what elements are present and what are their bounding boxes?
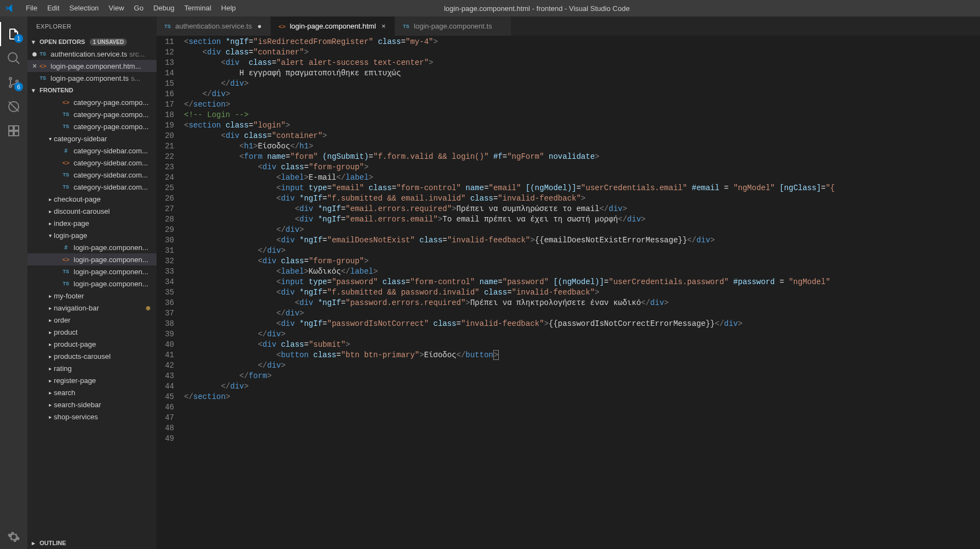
project-header[interactable]: ▾ FRONTEND [27, 84, 157, 96]
item-label: login-page.componen... [74, 256, 148, 264]
folder-item[interactable]: ▸search-sidebar [27, 398, 157, 411]
file-item[interactable]: TScategory-sidebar.com... [27, 169, 157, 181]
extensions-activity[interactable] [0, 119, 27, 143]
folder-item[interactable]: ▸rating [27, 362, 157, 374]
folder-item[interactable]: ▾category-sidebar [27, 132, 157, 145]
chevron-right-icon: ▸ [46, 305, 54, 311]
file-item[interactable]: TScategory-page.compo... [27, 120, 157, 132]
menu-terminal[interactable]: Terminal [179, 0, 216, 16]
typescript-file-icon: TS [163, 22, 172, 31]
chevron-right-icon: ▸ [46, 208, 54, 214]
window-title: login-page.component.html - frontend - V… [241, 4, 976, 13]
file-name-label: login-page.component.htm... [51, 62, 141, 70]
item-label: category-sidebar.com... [74, 147, 148, 155]
tab-label: login-page.component.html [289, 22, 376, 30]
open-editor-item[interactable]: TSlogin-page.component.tss... [27, 72, 157, 84]
folder-item[interactable]: ▸navigation-bar● [27, 302, 157, 314]
chevron-right-icon: ▸ [46, 402, 54, 408]
folder-item[interactable]: ▸discount-carousel [27, 205, 157, 217]
file-item[interactable]: TSlogin-page.componen... [27, 278, 157, 290]
chevron-right-icon: ▸ [46, 365, 54, 371]
item-label: product-page [54, 340, 96, 348]
file-item[interactable]: #category-sidebar.com... [27, 145, 157, 157]
chevron-right-icon: ▸ [46, 414, 54, 420]
folder-item[interactable]: ▸checkout-page [27, 193, 157, 205]
chevron-down-icon: ▾ [32, 38, 38, 46]
item-label: order [54, 316, 70, 324]
code-content[interactable]: <section *ngIf="isRedirectedFromRegister… [184, 36, 980, 549]
chevron-right-icon: ▸ [46, 390, 54, 396]
file-item[interactable]: TScategory-sidebar.com... [27, 181, 157, 193]
menu-help[interactable]: Help [216, 0, 241, 16]
menu-view[interactable]: View [104, 0, 129, 16]
main-menu: FileEditSelectionViewGoDebugTerminalHelp [21, 0, 241, 16]
folder-item[interactable]: ▸product [27, 326, 157, 338]
item-label: category-page.compo... [74, 123, 149, 131]
dirty-indicator-icon[interactable]: ● [255, 22, 264, 30]
typescript-file-icon: TS [62, 110, 70, 119]
search-activity[interactable] [0, 46, 27, 70]
css-file-icon: # [62, 146, 70, 155]
folder-item[interactable]: ▸register-page [27, 374, 157, 386]
scm-activity[interactable]: 6 [0, 70, 27, 95]
chevron-down-icon: ▾ [32, 87, 38, 94]
folder-item[interactable]: ▸index-page [27, 217, 157, 229]
chevron-right-icon: ▸ [46, 317, 54, 323]
editor-tab[interactable]: TSlogin-page.component.ts [395, 16, 511, 36]
chevron-down-icon: ▾ [46, 232, 54, 239]
menu-selection[interactable]: Selection [64, 0, 103, 16]
css-file-icon: # [62, 243, 70, 252]
folder-item[interactable]: ▸shop-services [27, 411, 157, 423]
dirty-indicator-icon: ● [31, 48, 38, 60]
open-editor-item[interactable]: ×<>login-page.component.htm... [27, 60, 157, 72]
chevron-down-icon: ▾ [46, 136, 54, 142]
menu-edit[interactable]: Edit [42, 0, 64, 16]
chevron-right-icon: ▸ [46, 196, 54, 202]
explorer-activity[interactable]: 1 [0, 22, 27, 46]
close-icon: × [31, 62, 38, 70]
item-label: index-page [54, 219, 89, 228]
debug-activity[interactable] [0, 95, 27, 119]
file-name-label: authentication.service.ts [51, 50, 127, 58]
typescript-file-icon: TS [62, 182, 70, 191]
html-file-icon: <> [62, 98, 70, 107]
file-item[interactable]: <>category-sidebar.com... [27, 157, 157, 169]
file-name-label: login-page.component.ts [51, 74, 129, 82]
search-icon [7, 52, 20, 65]
close-icon[interactable]: × [379, 22, 388, 30]
editor-tab[interactable]: <>login-page.component.html× [271, 16, 395, 36]
folder-item[interactable]: ▾login-page [27, 229, 157, 241]
chevron-right-icon: ▸ [32, 540, 38, 547]
settings-activity[interactable] [0, 525, 27, 549]
html-file-icon: <> [62, 158, 70, 167]
folder-item[interactable]: ▸order [27, 314, 157, 326]
outline-label: OUTLINE [40, 540, 66, 546]
html-file-icon: <> [277, 22, 286, 31]
gear-icon [7, 530, 20, 544]
open-editors-header[interactable]: ▾ OPEN EDITORS 1 UNSAVED [27, 36, 157, 48]
menu-debug[interactable]: Debug [148, 0, 179, 16]
project-label: FRONTEND [40, 87, 73, 93]
file-item[interactable]: TScategory-page.compo... [27, 108, 157, 120]
folder-item[interactable]: ▸search [27, 386, 157, 398]
menu-go[interactable]: Go [129, 0, 148, 16]
code-editor[interactable]: 1112131415161718192021222324252627282930… [157, 36, 980, 549]
file-item[interactable]: TSlogin-page.componen... [27, 265, 157, 278]
open-editor-item[interactable]: ●TSauthentication.service.tssrc... [27, 48, 157, 60]
file-item[interactable]: <>login-page.componen... [27, 253, 157, 265]
activity-bar: 1 6 [0, 16, 27, 549]
file-item[interactable]: <>category-page.compo... [27, 96, 157, 108]
item-label: category-sidebar.com... [74, 171, 148, 179]
typescript-file-icon: TS [38, 74, 47, 82]
chevron-right-icon: ▸ [46, 220, 54, 226]
chevron-right-icon: ▸ [46, 378, 54, 384]
file-item[interactable]: #login-page.componen... [27, 241, 157, 253]
menu-file[interactable]: File [21, 0, 42, 16]
typescript-file-icon: TS [62, 279, 70, 288]
html-file-icon: <> [38, 62, 47, 70]
folder-item[interactable]: ▸my-footer [27, 290, 157, 302]
outline-header[interactable]: ▸ OUTLINE [27, 537, 157, 549]
folder-item[interactable]: ▸products-carousel [27, 350, 157, 362]
editor-tab[interactable]: TSauthentication.service.ts● [157, 16, 271, 36]
folder-item[interactable]: ▸product-page [27, 338, 157, 350]
